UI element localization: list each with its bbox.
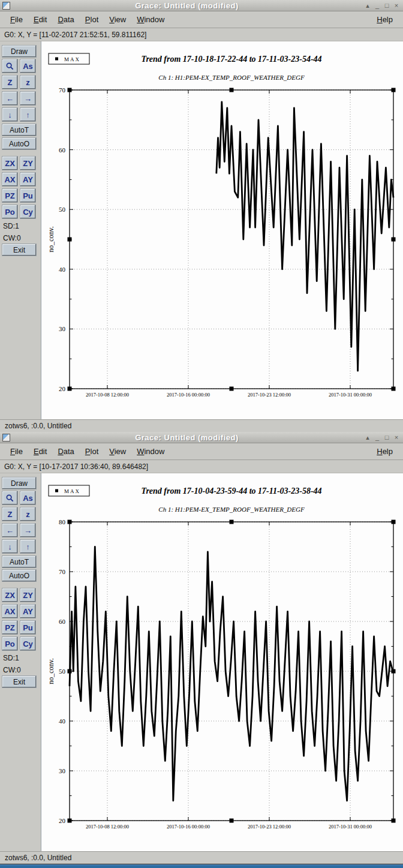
maximize-icon[interactable]: □	[383, 1, 391, 11]
svg-text:40: 40	[59, 717, 66, 725]
cw-label: CW:0	[3, 666, 41, 674]
zy-button[interactable]: ZY	[20, 157, 35, 170]
iconify-icon[interactable]: _	[373, 433, 381, 443]
window-title: Grace: Untitled (modified)	[10, 433, 363, 442]
menu-help[interactable]: Help	[371, 445, 398, 458]
po-button[interactable]: Po	[2, 637, 17, 650]
menubar: File Edit Data Plot View Window Help	[0, 443, 403, 459]
zoom-out-button[interactable]: z	[20, 507, 35, 521]
cy-button[interactable]: Cy	[20, 205, 35, 218]
sd-label: SD:1	[3, 222, 41, 230]
svg-text:40: 40	[59, 266, 66, 273]
window-icon	[2, 434, 10, 441]
grace-window-1: Grace: Untitled (modified) ▴ _ □ × File …	[0, 0, 403, 432]
ay-button[interactable]: AY	[20, 173, 35, 186]
menu-file[interactable]: File	[5, 13, 28, 26]
zx-button[interactable]: ZX	[2, 157, 17, 170]
autot-button[interactable]: AutoT	[2, 124, 36, 136]
svg-text:2017-10-16 00:00:00: 2017-10-16 00:00:00	[167, 824, 210, 830]
svg-text:30: 30	[59, 767, 66, 774]
autoo-button[interactable]: AutoO	[2, 138, 36, 149]
titlebar[interactable]: Grace: Untitled (modified) ▴ _ □ ×	[0, 0, 403, 11]
svg-text:2017-10-08 12:00:00: 2017-10-08 12:00:00	[86, 392, 129, 398]
svg-text:Trend from 17-10-18-17-22-44 t: Trend from 17-10-18-17-22-44 to 17-11-03…	[141, 55, 321, 64]
scroll-left-button[interactable]: ←	[2, 92, 17, 105]
zoom-in-button[interactable]: Z	[2, 76, 17, 89]
menu-window[interactable]: Window	[131, 13, 170, 26]
svg-text:2017-10-23 12:00:00: 2017-10-23 12:00:00	[248, 824, 291, 830]
svg-text:30: 30	[59, 325, 66, 332]
ax-button[interactable]: AX	[2, 173, 17, 186]
menu-data[interactable]: Data	[52, 13, 79, 26]
scroll-down-button[interactable]: ↓	[2, 540, 17, 553]
scroll-up-button[interactable]: ↑	[20, 540, 35, 553]
maximize-icon[interactable]: □	[383, 433, 391, 443]
menu-window[interactable]: Window	[131, 445, 170, 458]
menu-edit[interactable]: Edit	[28, 13, 52, 26]
zy-button[interactable]: ZY	[20, 588, 35, 602]
plot-canvas[interactable]: 203040506070802017-10-08 12:00:002017-10…	[41, 473, 403, 851]
menu-help[interactable]: Help	[371, 13, 398, 26]
zoom-in-button[interactable]: Z	[2, 507, 17, 521]
scroll-right-button[interactable]: →	[20, 524, 35, 537]
plot-canvas[interactable]: 2030405060702017-10-08 12:00:002017-10-1…	[41, 41, 403, 419]
scroll-up-button[interactable]: ↑	[20, 108, 35, 121]
autoscale-button[interactable]: As	[20, 491, 35, 504]
autot-button[interactable]: AutoT	[2, 556, 36, 567]
close-icon[interactable]: ×	[392, 433, 401, 443]
sd-label: SD:1	[3, 654, 41, 662]
exit-button[interactable]: Exit	[2, 676, 36, 687]
draw-button[interactable]: Draw	[2, 46, 36, 57]
svg-text:20: 20	[59, 385, 66, 392]
scroll-left-button[interactable]: ←	[2, 524, 17, 537]
pu-button[interactable]: Pu	[20, 621, 35, 634]
menu-view[interactable]: View	[104, 13, 131, 26]
scroll-right-button[interactable]: →	[20, 92, 35, 105]
locator-bar: G0: X, Y = [11-02-2017 21:52:51, 59.8111…	[0, 28, 403, 41]
shade-icon[interactable]: ▴	[363, 433, 372, 443]
ay-button[interactable]: AY	[20, 605, 35, 618]
exit-button[interactable]: Exit	[2, 244, 36, 256]
autoo-button[interactable]: AutoO	[2, 570, 36, 581]
menu-plot[interactable]: Plot	[80, 13, 104, 26]
zx-button[interactable]: ZX	[2, 588, 17, 602]
svg-text:no_conv.: no_conv.	[47, 226, 55, 253]
titlebar[interactable]: Grace: Untitled (modified) ▴ _ □ ×	[0, 432, 403, 443]
statusbar: zotws6, :0.0, Untitled	[0, 419, 403, 432]
pz-button[interactable]: PZ	[2, 621, 17, 634]
menu-file[interactable]: File	[5, 445, 28, 458]
svg-text:2017-10-08 12:00:00: 2017-10-08 12:00:00	[86, 824, 129, 830]
svg-text:50: 50	[59, 668, 66, 675]
ax-button[interactable]: AX	[2, 605, 17, 618]
svg-text:Ch 1: H1:PEM-EX_TEMP_ROOF_WEAT: Ch 1: H1:PEM-EX_TEMP_ROOF_WEATHER_DEGF	[158, 74, 305, 81]
menu-view[interactable]: View	[104, 445, 131, 458]
side-toolbar: Draw As Z z ← → ↓ ↑ AutoT AutoO ZX ZY	[0, 473, 41, 851]
pz-button[interactable]: PZ	[2, 189, 17, 202]
scroll-down-button[interactable]: ↓	[2, 108, 17, 121]
draw-button[interactable]: Draw	[2, 477, 36, 489]
autoscale-button[interactable]: As	[20, 59, 35, 73]
cy-button[interactable]: Cy	[20, 637, 35, 650]
zoom-button[interactable]	[2, 59, 17, 73]
magnifier-icon	[5, 494, 14, 503]
taskbar-strip	[0, 864, 403, 868]
svg-text:70: 70	[59, 568, 66, 575]
svg-text:Ch 1: H1:PEM-EX_TEMP_ROOF_WEAT: Ch 1: H1:PEM-EX_TEMP_ROOF_WEATHER_DEGF	[158, 506, 305, 513]
zoom-button[interactable]	[2, 491, 17, 504]
zoom-out-button[interactable]: z	[20, 76, 35, 89]
magnifier-icon	[5, 62, 14, 71]
window-controls: ▴ _ □ ×	[363, 1, 401, 11]
svg-text:2017-10-31 00:00:00: 2017-10-31 00:00:00	[329, 392, 372, 398]
menu-data[interactable]: Data	[52, 445, 79, 458]
menu-plot[interactable]: Plot	[80, 445, 104, 458]
shade-icon[interactable]: ▴	[363, 1, 372, 11]
grace-window-2: Grace: Untitled (modified) ▴ _ □ × File …	[0, 432, 403, 864]
svg-text:60: 60	[59, 618, 66, 625]
close-icon[interactable]: ×	[392, 1, 401, 11]
menu-edit[interactable]: Edit	[28, 445, 52, 458]
po-button[interactable]: Po	[2, 205, 17, 218]
statusbar-text: zotws6, :0.0, Untitled	[5, 854, 71, 862]
pu-button[interactable]: Pu	[20, 189, 35, 202]
iconify-icon[interactable]: _	[373, 1, 381, 11]
locator-bar: G0: X, Y = [10-17-2017 10:36:40, 89.6464…	[0, 459, 403, 473]
